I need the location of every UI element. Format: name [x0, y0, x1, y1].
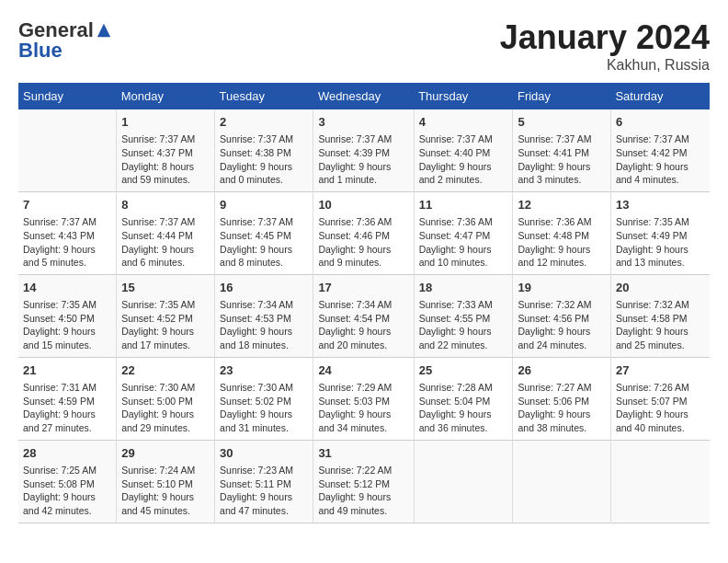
- day-number: 19: [518, 280, 605, 296]
- header-row: SundayMondayTuesdayWednesdayThursdayFrid…: [18, 83, 710, 109]
- page-header: General Blue January 2024 Kakhun, Russia: [18, 18, 710, 74]
- calendar-cell: 28Sunrise: 7:25 AMSunset: 5:08 PMDayligh…: [18, 440, 117, 523]
- header-day-tuesday: Tuesday: [215, 83, 313, 109]
- week-row-4: 21Sunrise: 7:31 AMSunset: 4:59 PMDayligh…: [18, 357, 710, 440]
- day-number: 14: [23, 280, 111, 296]
- week-row-1: 1Sunrise: 7:37 AMSunset: 4:37 PMDaylight…: [18, 109, 710, 191]
- day-number: 4: [419, 114, 508, 131]
- calendar-cell: 21Sunrise: 7:31 AMSunset: 4:59 PMDayligh…: [18, 357, 117, 440]
- location: Kakhun, Russia: [500, 57, 710, 74]
- day-number: 17: [318, 280, 408, 296]
- cell-info: Sunrise: 7:37 AMSunset: 4:45 PMDaylight:…: [220, 215, 308, 270]
- header-day-saturday: Saturday: [610, 83, 710, 109]
- cell-info: Sunrise: 7:34 AMSunset: 4:53 PMDaylight:…: [220, 298, 308, 352]
- day-number: 11: [419, 197, 508, 213]
- cell-info: Sunrise: 7:33 AMSunset: 4:55 PMDaylight:…: [419, 298, 508, 352]
- calendar-cell: 9Sunrise: 7:37 AMSunset: 4:45 PMDaylight…: [215, 191, 313, 274]
- calendar-cell: 7Sunrise: 7:37 AMSunset: 4:43 PMDaylight…: [18, 191, 117, 274]
- day-number: 8: [121, 197, 210, 213]
- day-number: 29: [121, 445, 210, 462]
- cell-info: Sunrise: 7:37 AMSunset: 4:42 PMDaylight:…: [616, 132, 705, 187]
- cell-info: Sunrise: 7:37 AMSunset: 4:38 PMDaylight:…: [220, 132, 308, 187]
- cell-info: Sunrise: 7:37 AMSunset: 4:43 PMDaylight:…: [23, 215, 111, 270]
- cell-info: Sunrise: 7:28 AMSunset: 5:04 PMDaylight:…: [419, 381, 508, 435]
- calendar-cell: 6Sunrise: 7:37 AMSunset: 4:42 PMDaylight…: [610, 109, 710, 191]
- header-day-friday: Friday: [513, 83, 610, 109]
- cell-info: Sunrise: 7:35 AMSunset: 4:52 PMDaylight:…: [121, 298, 210, 352]
- cell-info: Sunrise: 7:32 AMSunset: 4:58 PMDaylight:…: [616, 298, 705, 352]
- day-number: 21: [23, 362, 111, 379]
- header-day-wednesday: Wednesday: [313, 83, 414, 109]
- cell-info: Sunrise: 7:36 AMSunset: 4:46 PMDaylight:…: [318, 215, 408, 270]
- title-block: January 2024 Kakhun, Russia: [500, 18, 710, 74]
- logo: General Blue: [18, 18, 112, 63]
- cell-info: Sunrise: 7:30 AMSunset: 5:02 PMDaylight:…: [220, 381, 308, 435]
- cell-info: Sunrise: 7:31 AMSunset: 4:59 PMDaylight:…: [23, 381, 111, 435]
- cell-info: Sunrise: 7:24 AMSunset: 5:10 PMDaylight:…: [121, 464, 210, 518]
- day-number: 28: [23, 445, 111, 462]
- calendar-table: SundayMondayTuesdayWednesdayThursdayFrid…: [18, 83, 710, 523]
- header-day-thursday: Thursday: [414, 83, 513, 109]
- cell-info: Sunrise: 7:37 AMSunset: 4:37 PMDaylight:…: [121, 132, 210, 187]
- logo-blue-text: Blue: [18, 39, 63, 62]
- day-number: 18: [419, 280, 508, 296]
- calendar-cell: 11Sunrise: 7:36 AMSunset: 4:47 PMDayligh…: [414, 191, 513, 274]
- calendar-cell: 16Sunrise: 7:34 AMSunset: 4:53 PMDayligh…: [215, 274, 313, 357]
- calendar-cell: 22Sunrise: 7:30 AMSunset: 5:00 PMDayligh…: [117, 357, 215, 440]
- day-number: 15: [121, 280, 210, 296]
- day-number: 16: [220, 280, 308, 296]
- calendar-cell: 5Sunrise: 7:37 AMSunset: 4:41 PMDaylight…: [513, 109, 610, 191]
- svg-marker-0: [97, 24, 110, 37]
- day-number: 3: [318, 114, 408, 131]
- cell-info: Sunrise: 7:37 AMSunset: 4:41 PMDaylight:…: [518, 132, 605, 187]
- day-number: 12: [518, 197, 605, 213]
- logo-icon: [96, 22, 112, 39]
- cell-info: Sunrise: 7:36 AMSunset: 4:47 PMDaylight:…: [419, 215, 508, 270]
- cell-info: Sunrise: 7:37 AMSunset: 4:40 PMDaylight:…: [419, 132, 508, 187]
- calendar-cell: 8Sunrise: 7:37 AMSunset: 4:44 PMDaylight…: [117, 191, 215, 274]
- cell-info: Sunrise: 7:27 AMSunset: 5:06 PMDaylight:…: [518, 381, 605, 435]
- day-number: 1: [121, 114, 210, 131]
- week-row-2: 7Sunrise: 7:37 AMSunset: 4:43 PMDaylight…: [18, 191, 710, 274]
- calendar-cell: 23Sunrise: 7:30 AMSunset: 5:02 PMDayligh…: [215, 357, 313, 440]
- day-number: 22: [121, 362, 210, 379]
- calendar-cell: 14Sunrise: 7:35 AMSunset: 4:50 PMDayligh…: [18, 274, 117, 357]
- calendar-cell: 18Sunrise: 7:33 AMSunset: 4:55 PMDayligh…: [414, 274, 513, 357]
- day-number: 26: [518, 362, 605, 379]
- cell-info: Sunrise: 7:37 AMSunset: 4:39 PMDaylight:…: [318, 132, 408, 187]
- day-number: 5: [518, 114, 605, 131]
- calendar-cell: 31Sunrise: 7:22 AMSunset: 5:12 PMDayligh…: [313, 440, 414, 523]
- day-number: 30: [220, 445, 308, 462]
- cell-info: Sunrise: 7:30 AMSunset: 5:00 PMDaylight:…: [121, 381, 210, 435]
- cell-info: Sunrise: 7:29 AMSunset: 5:03 PMDaylight:…: [318, 381, 408, 435]
- header-day-sunday: Sunday: [18, 83, 117, 109]
- calendar-cell: 26Sunrise: 7:27 AMSunset: 5:06 PMDayligh…: [513, 357, 610, 440]
- day-number: 6: [616, 114, 705, 131]
- day-number: 31: [318, 445, 408, 462]
- cell-info: Sunrise: 7:26 AMSunset: 5:07 PMDaylight:…: [616, 381, 705, 435]
- cell-info: Sunrise: 7:22 AMSunset: 5:12 PMDaylight:…: [318, 464, 408, 518]
- cell-info: Sunrise: 7:34 AMSunset: 4:54 PMDaylight:…: [318, 298, 408, 352]
- calendar-cell: 17Sunrise: 7:34 AMSunset: 4:54 PMDayligh…: [313, 274, 414, 357]
- week-row-5: 28Sunrise: 7:25 AMSunset: 5:08 PMDayligh…: [18, 440, 710, 523]
- calendar-cell: [18, 109, 117, 191]
- calendar-cell: 2Sunrise: 7:37 AMSunset: 4:38 PMDaylight…: [215, 109, 313, 191]
- calendar-cell: 25Sunrise: 7:28 AMSunset: 5:04 PMDayligh…: [414, 357, 513, 440]
- calendar-cell: 3Sunrise: 7:37 AMSunset: 4:39 PMDaylight…: [313, 109, 414, 191]
- week-row-3: 14Sunrise: 7:35 AMSunset: 4:50 PMDayligh…: [18, 274, 710, 357]
- calendar-cell: 27Sunrise: 7:26 AMSunset: 5:07 PMDayligh…: [610, 357, 710, 440]
- calendar-cell: 20Sunrise: 7:32 AMSunset: 4:58 PMDayligh…: [610, 274, 710, 357]
- calendar-cell: 10Sunrise: 7:36 AMSunset: 4:46 PMDayligh…: [313, 191, 414, 274]
- calendar-cell: 30Sunrise: 7:23 AMSunset: 5:11 PMDayligh…: [215, 440, 313, 523]
- calendar-cell: [610, 440, 710, 523]
- day-number: 23: [220, 362, 308, 379]
- day-number: 10: [318, 197, 408, 213]
- cell-info: Sunrise: 7:25 AMSunset: 5:08 PMDaylight:…: [23, 464, 111, 518]
- calendar-cell: 4Sunrise: 7:37 AMSunset: 4:40 PMDaylight…: [414, 109, 513, 191]
- calendar-cell: 13Sunrise: 7:35 AMSunset: 4:49 PMDayligh…: [610, 191, 710, 274]
- calendar-cell: 29Sunrise: 7:24 AMSunset: 5:10 PMDayligh…: [117, 440, 215, 523]
- cell-info: Sunrise: 7:35 AMSunset: 4:49 PMDaylight:…: [616, 215, 705, 270]
- day-number: 13: [616, 197, 705, 213]
- day-number: 25: [419, 362, 508, 379]
- calendar-cell: [513, 440, 610, 523]
